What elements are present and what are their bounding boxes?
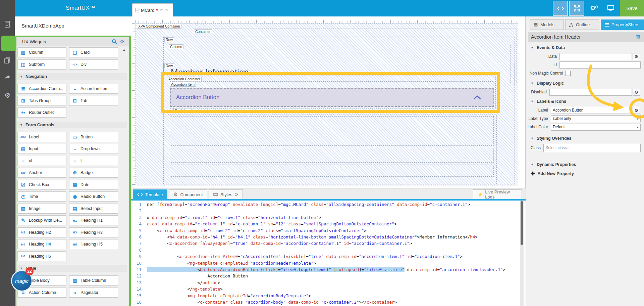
code-line[interactable]: 7 <c-accordion [alwaysOpen]="true" data-… — [131, 241, 520, 247]
code-line[interactable]: 2 — [131, 208, 520, 215]
class-input[interactable]: Select class... — [543, 144, 641, 152]
widget-item-ul[interactable]: ≡ul — [17, 156, 66, 166]
disabled-gear-button[interactable]: ⚙ — [633, 89, 640, 96]
widget-item-check-box[interactable]: ☑Check Box — [17, 180, 66, 190]
tab-outline[interactable]: Outline — [565, 19, 599, 30]
save-button[interactable]: Save — [620, 0, 644, 16]
widget-item-lookup[interactable]: ✎Lookup With De... — [17, 215, 66, 225]
widget-item-tab[interactable]: ⊟Tab — [69, 96, 118, 106]
chevron-up-icon[interactable] — [473, 95, 481, 100]
code-line[interactable]: 10 <ng-template cTemplateId="accordionHe… — [131, 261, 520, 267]
widget-item-image[interactable]: ▧Image — [17, 204, 66, 214]
widget-item-anchor[interactable]: <a>Anchor — [17, 168, 66, 178]
delete-element-icon[interactable] — [636, 34, 640, 39]
document-tab-mcard[interactable]: MCard * ⟳ ✕ — [132, 3, 173, 16]
widget-item-date[interactable]: ▦Date — [69, 180, 118, 190]
section-events-data[interactable]: ▼ Events & Data — [528, 44, 644, 51]
label-type-select[interactable]: Label only ▼ — [551, 115, 641, 122]
fullscreen-button[interactable] — [569, 1, 584, 16]
body-row-3[interactable] — [170, 165, 494, 177]
widget-group-header[interactable]: ▼Table — [17, 265, 127, 272]
widget-item-accordion-item[interactable]: ≡Accordion Item — [69, 84, 118, 94]
widget-item-card[interactable]: ▢Card — [69, 47, 118, 57]
accordion-button[interactable]: Accordion Button — [170, 88, 494, 107]
preview-monitor-button[interactable] — [604, 1, 618, 16]
code-view-button[interactable] — [553, 1, 568, 16]
pages-icon[interactable] — [4, 21, 11, 28]
xpa-component-container[interactable]: XPA Component Container Container Row Co… — [136, 23, 518, 185]
tab-template[interactable]: Template — [133, 189, 167, 200]
widget-item-subform[interactable]: ◫Subform — [17, 59, 66, 70]
body-row-2[interactable] — [170, 148, 494, 163]
code-line[interactable]: 11 <button cAccordionButton (click)="ite… — [131, 267, 520, 273]
widget-item-badge[interactable]: ⊚Badge — [69, 168, 118, 178]
section-display-logic[interactable]: ▼ Display Logic — [528, 80, 644, 87]
add-new-property-button[interactable]: ✚ Add New Property — [531, 171, 574, 177]
tab-models[interactable]: Models — [530, 19, 564, 30]
tab-property-sheet[interactable]: PropertyShee — [601, 19, 644, 30]
widget-item-heading-h4[interactable]: H4Heading H4 — [17, 239, 66, 249]
code-line[interactable]: 13 </button> — [131, 280, 520, 287]
id-input[interactable] — [559, 61, 641, 69]
widget-item-dropdown[interactable]: ≡Dropdown — [69, 144, 118, 154]
disabled-input[interactable] — [549, 89, 632, 96]
widget-item-heading-h2[interactable]: H2Heading H2 — [17, 227, 66, 237]
label-gear-button[interactable]: ⚙ — [633, 107, 640, 114]
widget-item-input[interactable]: ▤Input — [17, 144, 66, 154]
widget-item-heading-h1[interactable]: H1Heading H1 — [69, 215, 118, 225]
code-line[interactable]: 4c-col data-comp-id="c-column.1" id="c-c… — [131, 221, 520, 228]
widget-group-header[interactable]: ▼Navigation — [17, 73, 127, 80]
refresh-icon[interactable]: ⟳ — [120, 39, 124, 44]
code-line[interactable]: 8 — [131, 248, 520, 254]
widget-item-accordion-container[interactable]: ≣Accordion Conta... — [17, 84, 66, 94]
widget-item-heading-h3[interactable]: H3Heading H3 — [69, 227, 118, 237]
widget-item-time[interactable]: ◷Time — [17, 191, 66, 202]
widget-item-heading-h6[interactable]: H6Heading H6 — [17, 251, 66, 261]
widget-item-label[interactable]: abcLabel — [17, 132, 66, 142]
tab-styles[interactable]: Styles ⟳ — [209, 189, 243, 200]
widget-item-li[interactable]: ≡li — [69, 156, 118, 166]
section-dynamic-properties[interactable]: ▼ Dynamic Properties — [528, 161, 644, 168]
non-magic-checkbox[interactable] — [566, 71, 571, 76]
widget-item-router-outlet[interactable]: ↬Router Outlet — [17, 107, 66, 118]
copy-icon[interactable] — [4, 57, 11, 64]
data-gear-button[interactable]: ⚙ — [633, 53, 640, 60]
settings-gear-icon[interactable]: ⚙ — [4, 91, 11, 99]
search-icon[interactable] — [112, 39, 117, 44]
code-line[interactable]: 9 <c-accordion-item #item0="cAccordionIt… — [131, 254, 520, 260]
code-line[interactable]: 1ner [formGroup]="screenFormGroup" noval… — [131, 202, 520, 208]
code-line[interactable]: 16 <c-container class="accordion-body" d… — [131, 300, 520, 306]
label-input[interactable]: Accordion Button — [551, 107, 632, 114]
widget-item-table-column[interactable]: ▥Table Column — [69, 275, 118, 286]
code-scrollbar-thumb[interactable] — [521, 201, 523, 245]
project-header[interactable]: SmartUXDemoApp — [15, 16, 131, 36]
widget-item-paginator[interactable]: ‹›Paginator — [69, 288, 118, 298]
widget-item-column[interactable]: ▥Column — [17, 47, 66, 57]
body-row-1[interactable] — [170, 116, 494, 146]
label-color-select[interactable]: Default ▼ — [551, 124, 641, 131]
code-line[interactable]: 6 <h4 data-comp-id="h4.1" id="h4.1" clas… — [131, 234, 520, 241]
widget-group-header[interactable]: ▼Form Controls — [17, 122, 127, 128]
widget-item-div[interactable]: </>Div — [69, 59, 118, 70]
code-view[interactable]: 1ner [formGroup]="screenFormGroup" noval… — [131, 201, 526, 306]
section-labels-icons[interactable]: ▼ Labels & Icons — [528, 98, 644, 105]
section-styling-overrides[interactable]: ▼ Styling Overrides — [528, 135, 644, 142]
tab-refresh-icon[interactable]: ⟳ — [160, 8, 163, 12]
widget-item-button[interactable]: ▭Button — [69, 132, 118, 142]
code-line[interactable]: 5 <c-row data-comp-id="c-row.2" id="c-ro… — [131, 228, 520, 234]
tab-close-icon[interactable]: ✕ — [165, 8, 168, 12]
widget-item-radio-button[interactable]: ◉Radio Button — [69, 191, 118, 202]
scroll-up-arrow[interactable]: ▲ — [121, 47, 127, 52]
settings-gears-button[interactable]: ⚙⚙ — [588, 1, 602, 16]
code-scrollbar[interactable] — [520, 201, 524, 306]
widget-item-select-input[interactable]: ▤Select Input — [69, 204, 118, 214]
code-line[interactable]: 12 Accordion Button — [131, 273, 520, 280]
accordion-body-outline[interactable] — [167, 115, 497, 184]
styles-refresh-icon[interactable]: ⟳ — [234, 192, 238, 197]
share-arrow-icon[interactable] — [4, 75, 11, 82]
code-line[interactable]: 15 <ng-template cTemplateId="accordionBo… — [131, 293, 520, 300]
live-preview-logs-button[interactable]: ⚡ Live Preview Logs — [473, 189, 522, 200]
widget-item-tabs-group[interactable]: ⊞Tabs Group — [17, 96, 66, 106]
code-line[interactable]: 14 </ng-template> — [131, 287, 520, 293]
tab-component[interactable]: ⚙ Component — [169, 189, 207, 200]
